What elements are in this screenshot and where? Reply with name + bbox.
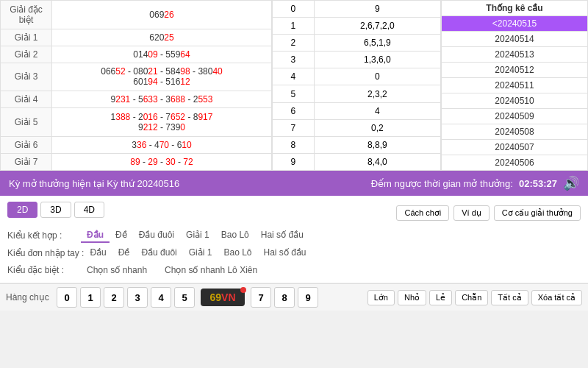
stat-item[interactable]: 20240512 (442, 63, 588, 78)
table-row: Giải 6 336 - 470 - 610 (1, 136, 272, 153)
freq-digit: 4 (273, 68, 315, 85)
stat-header: Thống kê cầu (442, 1, 588, 16)
stat-date-active[interactable]: <20240515 (442, 16, 588, 32)
table-row: Giải 5 1388 - 2016 - 7652 - 89179212 - 7… (1, 108, 272, 137)
digit-5-button[interactable]: 5 (174, 287, 195, 308)
freq-value: 2,6,7,2,0 (314, 18, 440, 35)
tat-ca-button[interactable]: Tất cả (491, 290, 528, 305)
stat-date[interactable]: 20240514 (442, 32, 588, 47)
link-giai1-kk[interactable]: Giải 1 (180, 228, 215, 243)
link-de-kk[interactable]: Đề (110, 228, 133, 243)
table-row: Giải 4 9231 - 5633 - 3688 - 2553 (1, 91, 272, 108)
kieu-don-nhap-row: Kiểu đơn nhập tay : Đầu Đề Đầu đuôi Giải… (7, 246, 581, 261)
digit-1-button[interactable]: 1 (80, 287, 101, 308)
tab-2d[interactable]: 2D (7, 202, 37, 218)
stat-item[interactable]: 20240508 (442, 124, 588, 140)
stat-date[interactable]: 20240507 (442, 140, 588, 155)
table-row: Giải 2 01409 - 55964 (1, 46, 272, 63)
stat-date[interactable]: 20240506 (442, 155, 588, 171)
vi-du-button[interactable]: Ví dụ (453, 205, 490, 221)
tab-4d[interactable]: 4D (74, 202, 104, 218)
freq-value: 1,3,6,0 (314, 52, 440, 68)
stat-item[interactable]: 20240511 (442, 78, 588, 93)
kieu-ket-hop-label: Kiểu kết hợp : (7, 230, 81, 241)
stat-item[interactable]: 20240514 (442, 32, 588, 47)
digit-3-button[interactable]: 3 (127, 287, 148, 308)
prize-value: 89 - 29 - 30 - 72 (52, 153, 272, 170)
nho-button[interactable]: Nhỏ (398, 290, 426, 305)
link-de-dn[interactable]: Đề (112, 246, 136, 261)
freq-digit: 6 (273, 102, 315, 119)
freq-value: 0 (314, 68, 440, 85)
digit-9-button[interactable]: 9 (298, 287, 318, 308)
stat-item[interactable]: 20240513 (442, 47, 588, 63)
link-dau-duoi-kk[interactable]: Đầu đuôi (133, 228, 180, 243)
kieu-dac-biet-links: Chọn số nhanh Chọn số nhanh Lô Xiên (81, 263, 263, 277)
stat-date[interactable]: 20240510 (442, 93, 588, 109)
chan-button[interactable]: Chẵn (455, 290, 488, 305)
link-bao-lo-kk[interactable]: Bao Lô (215, 228, 255, 243)
table-row: 5 2,3,2 (273, 85, 441, 102)
stat-date[interactable]: 20240509 (442, 109, 588, 124)
prize-label: Giải 1 (1, 29, 52, 46)
link-hai-so-dau-kk[interactable]: Hai số đầu (255, 228, 309, 243)
countdown-right: Đếm ngược thời gian mở thưởng: 02:53:27 … (371, 175, 579, 191)
freq-value: 8,8,9 (314, 136, 440, 153)
stat-date[interactable]: 20240512 (442, 63, 588, 78)
digit-7-button[interactable]: 7 (251, 287, 271, 308)
kieu-don-nhap-links: Đầu Đề Đầu đuôi Giải 1 Bao Lô Hai số đầu (84, 246, 312, 261)
freq-digit: 7 (273, 119, 315, 136)
stat-date[interactable]: 20240511 (442, 78, 588, 93)
stat-date[interactable]: 20240508 (442, 124, 588, 140)
prize-label: Giải 3 (1, 63, 52, 91)
link-chon-so-nhanh[interactable]: Chọn số nhanh (81, 263, 153, 277)
link-bao-lo-dn[interactable]: Bao Lô (218, 246, 257, 261)
stat-item[interactable]: 20240509 (442, 109, 588, 124)
stat-date[interactable]: 20240513 (442, 47, 588, 63)
logo-text: 69VN (209, 291, 235, 303)
dimension-tabs: 2D 3D 4D (7, 202, 104, 218)
le-button[interactable]: Lẻ (429, 290, 452, 305)
speaker-icon[interactable]: 🔊 (563, 175, 579, 191)
prize-label: Giải 4 (1, 91, 52, 108)
prize-label: Giải 6 (1, 136, 52, 153)
tab-3d[interactable]: 3D (40, 202, 71, 218)
freq-digit: 8 (273, 136, 315, 153)
freq-value: 8,4,0 (314, 153, 440, 170)
xoa-tat-ca-button[interactable]: Xóa tất cả (531, 290, 582, 305)
table-row: 2 6,5,1,9 (273, 35, 441, 52)
link-chon-so-nhanh-lo-xien[interactable]: Chọn số nhanh Lô Xiên (159, 263, 263, 277)
link-hai-so-dau-dn[interactable]: Hai số đầu (258, 246, 312, 261)
table-row: 3 1,3,6,0 (273, 52, 441, 68)
prize-value: 06652 - 08021 - 58498 - 3804060194 - 516… (52, 63, 272, 91)
digit-2-button[interactable]: 2 (104, 287, 124, 308)
co-cau-giai-thuong-button[interactable]: Cơ cấu giải thưởng (494, 205, 581, 221)
tables-wrapper: Giải đặc biệt 06926 Giải 1 62025 Giải 2 … (0, 0, 588, 171)
stat-item[interactable]: 20240507 (442, 140, 588, 155)
countdown-bar: Kỳ mở thưởng hiện tại Kỳ thứ 20240516 Đế… (0, 171, 588, 196)
logo-badge: 69VN (201, 289, 245, 306)
digit-8-button[interactable]: 8 (274, 287, 295, 308)
kieu-ket-hop-links: Đầu Đề Đầu đuôi Giải 1 Bao Lô Hai số đầu (81, 228, 309, 243)
lon-button[interactable]: Lớn (368, 290, 395, 305)
stat-item[interactable]: 20240510 (442, 93, 588, 109)
cach-choi-button[interactable]: Cách chơi (396, 205, 449, 221)
link-giai1-dn[interactable]: Giải 1 (183, 246, 218, 261)
link-dau-duoi-dn[interactable]: Đầu đuôi (135, 246, 182, 261)
countdown-left-text: Kỳ mở thưởng hiện tại Kỳ thứ 20240516 (9, 178, 179, 189)
prize-value: 1388 - 2016 - 7652 - 89179212 - 7390 (52, 108, 272, 137)
digit-0-button[interactable]: 0 (57, 287, 77, 308)
link-dau-dn[interactable]: Đầu (84, 246, 112, 261)
stat-item[interactable]: <20240515 (442, 16, 588, 32)
prize-value: 62025 (52, 29, 272, 46)
digit-4-button[interactable]: 4 (151, 287, 171, 308)
freq-digit: 2 (273, 35, 315, 52)
freq-digit: 1 (273, 18, 315, 35)
prize-label: Giải 5 (1, 108, 52, 137)
link-dau-kk[interactable]: Đầu (81, 228, 110, 243)
table-row: 7 0,2 (273, 119, 441, 136)
stat-item[interactable]: 20240506 (442, 155, 588, 171)
countdown-time: 02:53:27 (519, 178, 557, 189)
kieu-dac-biet-label: Kiểu đặc biệt : (7, 265, 81, 275)
freq-digit: 9 (273, 153, 315, 170)
